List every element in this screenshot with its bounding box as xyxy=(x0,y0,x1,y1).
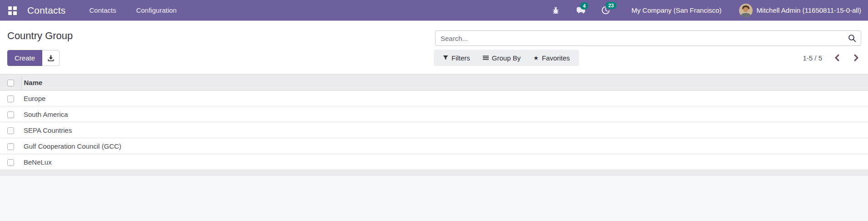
navbar-systray: 4 23 My Company (San Francisco) xyxy=(539,0,861,20)
apps-grid-icon xyxy=(8,6,17,15)
row-checkbox[interactable] xyxy=(7,127,14,134)
user-menu[interactable]: Mitchell Admin (11650811-15-0-all) xyxy=(739,4,861,17)
search-options-bar: Filters Group By ★ Favorites xyxy=(434,50,579,66)
table-row[interactable]: BeNeLux xyxy=(0,154,868,170)
filter-funnel-icon xyxy=(443,55,448,60)
table-row[interactable]: SEPA Countries xyxy=(0,122,868,138)
pager-previous-button[interactable] xyxy=(832,52,842,63)
row-name: SEPA Countries xyxy=(21,122,868,138)
activities-button[interactable]: 23 xyxy=(598,4,613,17)
row-checkbox[interactable] xyxy=(7,143,14,150)
favorites-star-icon: ★ xyxy=(533,55,539,61)
action-buttons: Create xyxy=(7,50,60,66)
row-name: Gulf Cooperation Council (GCC) xyxy=(21,138,868,154)
chevron-left-icon xyxy=(834,54,840,61)
column-header-name[interactable]: Name xyxy=(21,75,868,90)
favorites-button[interactable]: ★ Favorites xyxy=(527,50,576,66)
group-by-button[interactable]: Group By xyxy=(476,50,527,66)
search-icon[interactable] xyxy=(848,34,856,42)
odoo-contacts-screen: Contacts Contacts Configuration xyxy=(0,0,868,221)
apps-menu-button[interactable] xyxy=(7,3,21,17)
top-navbar: Contacts Contacts Configuration xyxy=(0,0,868,21)
table-row[interactable]: Europe xyxy=(0,90,868,106)
table-header-row: Name xyxy=(0,75,868,90)
company-switcher[interactable]: My Company (San Francisco) xyxy=(631,6,721,14)
pager: 1-5 / 5 xyxy=(803,50,861,66)
avatar xyxy=(739,4,753,17)
export-button[interactable] xyxy=(42,50,60,66)
bug-icon xyxy=(551,6,560,15)
menu-contacts[interactable]: Contacts xyxy=(89,6,116,14)
app-brand[interactable]: Contacts xyxy=(27,5,65,16)
table-footer-strip xyxy=(0,170,868,176)
row-name: BeNeLux xyxy=(21,154,868,170)
pager-value[interactable]: 1-5 / 5 xyxy=(803,54,822,62)
page-background xyxy=(0,176,868,221)
pager-next-button[interactable] xyxy=(852,52,861,63)
control-panel: Country Group Create Filters xyxy=(0,21,868,74)
group-by-bars-icon xyxy=(483,55,489,60)
user-name: Mitchell Admin (11650811-15-0-all) xyxy=(757,6,861,14)
messages-button[interactable]: 4 xyxy=(573,4,588,17)
country-group-list: Name Europe South America SEPA Countries… xyxy=(0,74,868,170)
messages-count-badge: 4 xyxy=(580,2,588,10)
filters-button[interactable]: Filters xyxy=(436,50,476,66)
breadcrumb-page-title: Country Group xyxy=(7,30,73,42)
debug-bug-button[interactable] xyxy=(549,4,563,16)
row-name: South America xyxy=(21,106,868,122)
create-button[interactable]: Create xyxy=(7,50,42,66)
search-input[interactable] xyxy=(435,30,861,46)
search-box xyxy=(435,30,861,46)
row-checkbox[interactable] xyxy=(7,111,14,118)
row-checkbox[interactable] xyxy=(7,159,14,166)
menu-configuration[interactable]: Configuration xyxy=(136,6,177,14)
table-row[interactable]: South America xyxy=(0,106,868,122)
row-name: Europe xyxy=(21,90,868,106)
navbar-left: Contacts Contacts Configuration xyxy=(7,0,177,20)
row-checkbox[interactable] xyxy=(7,95,14,102)
table-row[interactable]: Gulf Cooperation Council (GCC) xyxy=(0,138,868,154)
select-all-checkbox[interactable] xyxy=(7,80,14,86)
activities-count-badge: 23 xyxy=(605,2,616,9)
download-icon xyxy=(47,55,55,62)
chevron-right-icon xyxy=(853,54,859,61)
